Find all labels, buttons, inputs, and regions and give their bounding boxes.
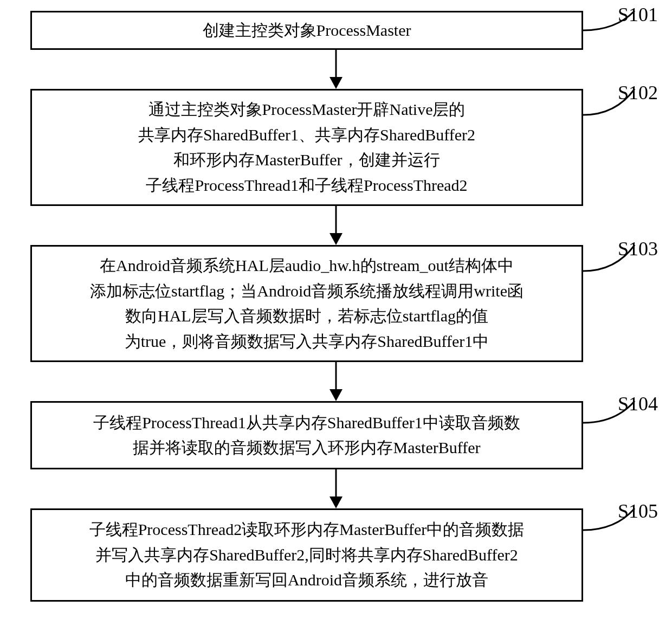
flow-step-s101-text: 创建主控类对象ProcessMaster (203, 18, 411, 43)
flow-step-s103-text: 在Android音频系统HAL层audio_hw.h的stream_out结构体… (90, 253, 524, 354)
flowchart-canvas: 创建主控类对象ProcessMaster S101 通过主控类对象Process… (0, 0, 672, 632)
flow-step-s104: 子线程ProcessThread1从共享内存SharedBuffer1中读取音频… (30, 401, 583, 469)
arrow-4-5 (325, 469, 347, 508)
svg-marker-1 (329, 77, 343, 89)
flow-step-s103: 在Android音频系统HAL层audio_hw.h的stream_out结构体… (30, 245, 583, 362)
svg-marker-7 (329, 496, 343, 508)
flow-label-s102: S102 (618, 81, 658, 104)
flow-step-s105-text: 子线程ProcessThread2读取环形内存MasterBuffer中的音频数… (89, 517, 525, 593)
svg-marker-3 (329, 233, 343, 245)
arrow-3-4 (325, 362, 347, 401)
flow-label-s105: S105 (618, 500, 658, 523)
flow-label-s104: S104 (618, 392, 658, 415)
svg-marker-5 (329, 389, 343, 401)
flow-step-s105: 子线程ProcessThread2读取环形内存MasterBuffer中的音频数… (30, 508, 583, 602)
flow-label-s101: S101 (618, 3, 658, 26)
flow-step-s102-text: 通过主控类对象ProcessMaster开辟Native层的共享内存Shared… (138, 97, 475, 198)
flow-step-s102: 通过主控类对象ProcessMaster开辟Native层的共享内存Shared… (30, 89, 583, 206)
flow-label-s103: S103 (618, 237, 658, 260)
flow-step-s104-text: 子线程ProcessThread1从共享内存SharedBuffer1中读取音频… (93, 410, 520, 461)
arrow-1-2 (325, 50, 347, 89)
arrow-2-3 (325, 206, 347, 245)
flow-step-s101: 创建主控类对象ProcessMaster (30, 11, 583, 50)
